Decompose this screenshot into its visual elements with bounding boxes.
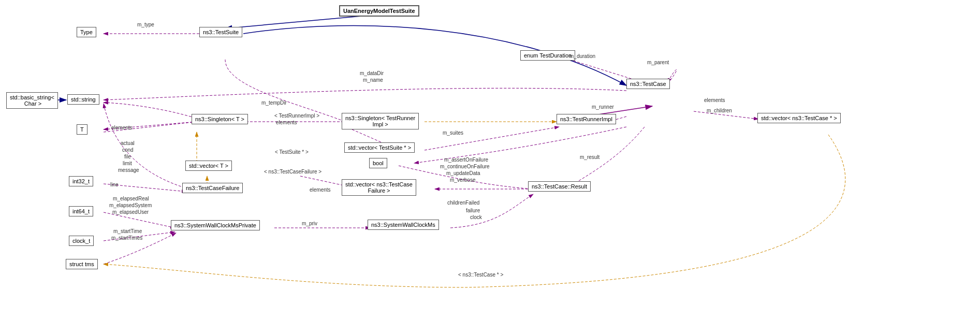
node-std-vector-ns3-TestCaseFailure: std::vector< ns3::TestCaseFailure >: [342, 179, 416, 196]
node-std-vector-T: std::vector< T >: [185, 161, 232, 171]
label-actual: actual: [121, 140, 135, 146]
node-ns3-Singleton-T: ns3::Singleton< T >: [192, 114, 248, 124]
label-m-elapsedSystem: m_elapsedSystem: [109, 202, 152, 208]
node-std-vector-ns3-TestCase: std::vector< ns3::TestCase * >: [757, 113, 841, 123]
diagram-container: UanEnergyModelTestSuite ns3::TestSuite T…: [0, 0, 980, 319]
label-elements4: elements: [310, 187, 331, 193]
label-childrenFailed: childrenFailed: [447, 200, 479, 206]
label-m-updateData: m_updateData: [446, 170, 480, 176]
label-m-priv: m_priv: [302, 221, 317, 226]
label-m-parent: m_parent: [647, 60, 669, 65]
node-int64-t: int64_t: [69, 206, 93, 216]
node-ns3-TestRunnerImpl: ns3::TestRunnerImpl: [557, 114, 616, 124]
node-ns3-SystemWallClockMsPrivate: ns3::SystemWallClockMsPrivate: [171, 220, 260, 230]
label-failure: failure: [466, 208, 480, 213]
label-m-elapsedUser: m_elapsedUser: [112, 209, 149, 215]
node-struct-tms: struct tms: [66, 259, 98, 269]
node-ns3-TestCaseFailure: ns3::TestCaseFailure: [182, 183, 243, 193]
node-ns3-SystemWallClockMs: ns3::SystemWallClockMs: [368, 220, 439, 230]
label-ns3-TestCase-lt-gt: < ns3::TestCase * >: [458, 272, 503, 278]
label-line: line: [110, 182, 119, 187]
label-file: file: [124, 154, 131, 160]
label-m-suites: m_suites: [443, 130, 463, 136]
node-ns3-Singleton-TestRunnerImpl: ns3::Singleton< TestRunnerImpl >: [342, 113, 419, 129]
label-m-duration: m_duration: [569, 53, 595, 59]
label-m-continueOnFailure: m_continueOnFailure: [440, 164, 490, 169]
label-m-dataDir: m_dataDir: [360, 70, 384, 76]
label-m-children: m_children: [707, 108, 732, 113]
label-elements2: elements: [276, 120, 297, 125]
label-m-elapsedReal: m_elapsedReal: [113, 196, 149, 201]
label-limit: limit: [123, 161, 132, 166]
label-message: message: [118, 167, 139, 173]
label-m-verbose: m_verbose: [450, 177, 475, 183]
node-bool: bool: [369, 158, 387, 168]
node-UanEnergyModelTestSuite: UanEnergyModelTestSuite: [339, 5, 419, 17]
node-Type: Type: [77, 27, 96, 37]
node-enum-TestDuration: enum TestDuration: [520, 50, 575, 61]
node-clock-t: clock_t: [69, 236, 94, 246]
label-elements: elements: [704, 97, 725, 103]
label-TestRunnerImpl-lt-gt: < TestRunnerImpl >: [274, 113, 319, 119]
label-TestSuite-lt-gt: < TestSuite * >: [275, 149, 309, 155]
label-m-name: m_name: [363, 77, 383, 83]
label-m-assertOnFailure: m_assertOnFailure: [444, 157, 488, 163]
node-std-basic-string: std::basic_string< Char >: [6, 92, 58, 109]
node-ns3-TestCase-Result: ns3::TestCase::Result: [528, 181, 591, 192]
label-clock: clock: [470, 214, 482, 220]
node-std-string: std::string: [67, 94, 99, 105]
label-ns3-TestCaseFailure-lt-gt: < ns3::TestCaseFailure >: [264, 169, 321, 175]
label-elements3: elements: [111, 125, 133, 130]
node-std-vector-TestSuite: std::vector< TestSuite * >: [344, 142, 415, 153]
node-ns3-TestCase: ns3::TestCase: [626, 79, 670, 89]
label-m-startTime: m_startTime: [113, 228, 142, 234]
label-m-type: m_type: [137, 22, 154, 27]
arrows-svg: [0, 0, 980, 319]
node-int32-t: int32_t: [69, 176, 93, 186]
label-m-tempDir: m_tempDir: [261, 100, 287, 106]
node-T: T: [77, 124, 87, 135]
label-m-result: m_result: [580, 154, 599, 160]
label-m-startTimes: m_startTimes: [111, 235, 142, 241]
node-ns3-TestSuite: ns3::TestSuite: [199, 27, 242, 37]
label-m-runner: m_runner: [592, 104, 614, 110]
label-cond: cond: [122, 147, 134, 153]
